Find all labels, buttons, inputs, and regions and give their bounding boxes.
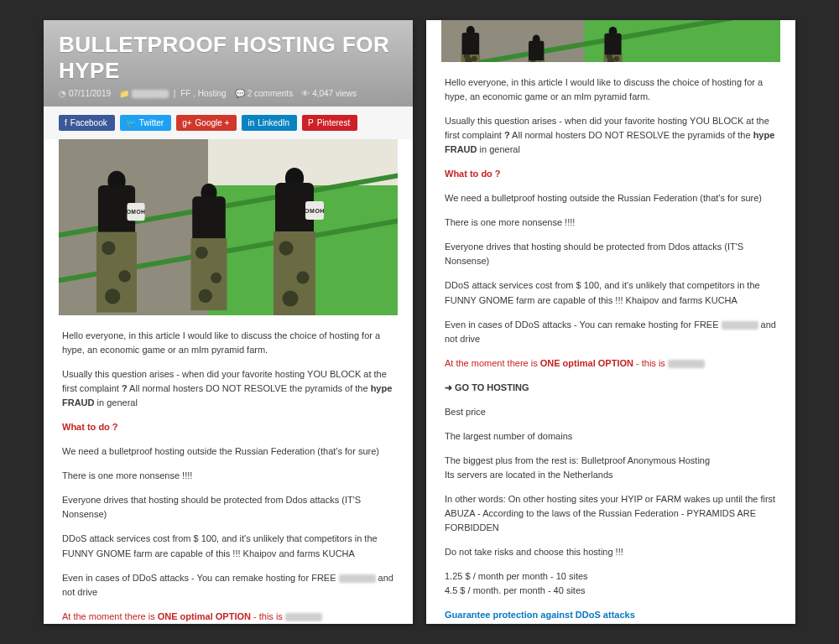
- pinterest-icon: P: [308, 118, 314, 127]
- clock-icon: ◔: [59, 89, 66, 98]
- paragraph: We need a bulletproof hosting outside th…: [62, 444, 394, 459]
- meta-views: 👁4,047 views: [301, 89, 357, 98]
- paragraph: Everyone drives that hosting should be p…: [445, 240, 777, 268]
- heading-what-to-do: What to do ?: [445, 167, 777, 181]
- page-title: BULLETPROOF HOSTING FOR HYPE: [59, 32, 398, 84]
- paragraph: There is one more nonsense !!!!: [445, 216, 777, 230]
- share-pinterest-button[interactable]: PPinterest: [302, 115, 357, 131]
- article-hero-image-cropped: [441, 20, 780, 62]
- paragraph: 1.25 $ / month per month - 10 sites4.5 $…: [445, 569, 777, 598]
- comment-icon: 💬: [235, 89, 245, 98]
- meta-date: ◔07/11/2019: [59, 89, 111, 98]
- redacted-text: [132, 90, 169, 98]
- paragraph: Best price: [445, 405, 777, 419]
- paragraph: Hello everyone, in this article I would …: [445, 75, 777, 104]
- linkedin-icon: in: [248, 118, 254, 127]
- screenshot-left: BULLETPROOF HOSTING FOR HYPE ◔07/11/2019…: [44, 20, 413, 624]
- paragraph: We need a bulletproof hosting outside th…: [445, 191, 777, 205]
- share-google-button[interactable]: g+Google +: [176, 115, 237, 131]
- article-body: Hello everyone, in this article I would …: [44, 325, 413, 624]
- cta-go-hosting[interactable]: ➜ GO TO HOSTING: [445, 381, 777, 395]
- redacted-text: [722, 321, 758, 330]
- paragraph: The largest number of domains: [445, 429, 777, 444]
- article-header: BULLETPROOF HOSTING FOR HYPE ◔07/11/2019…: [44, 20, 413, 106]
- paragraph: Even in cases of DDoS attacks - You can …: [445, 318, 777, 346]
- paragraph: The biggest plus from the rest is: Bulle…: [445, 454, 777, 482]
- meta-comments[interactable]: 💬2 comments: [235, 89, 293, 98]
- folder-icon: 📁: [119, 89, 129, 98]
- share-twitter-button[interactable]: 🐦Twitter: [120, 115, 171, 131]
- paragraph: Hello everyone, in this article I would …: [62, 329, 394, 357]
- paragraph: Usually this question arises - when did …: [62, 367, 394, 410]
- redacted-text: [285, 613, 322, 621]
- share-bar: fFacebook 🐦Twitter g+Google + inLinkedIn…: [44, 106, 413, 139]
- meta-author: 📁 | FF , Hosting: [119, 89, 227, 98]
- paragraph: There is one more nonsense !!!!: [62, 469, 394, 483]
- redacted-text: [668, 360, 705, 368]
- paragraph: Everyone drives that hosting should be p…: [62, 493, 394, 522]
- article-body-continued: Hello everyone, in this article I would …: [426, 72, 795, 624]
- paragraph: Do not take risks and choose this hostin…: [445, 545, 777, 559]
- paragraph: In other words: On other hosting sites y…: [445, 492, 777, 535]
- share-linkedin-button[interactable]: inLinkedIn: [242, 115, 297, 131]
- twitter-icon: 🐦: [126, 118, 136, 127]
- redacted-text: [339, 574, 376, 583]
- share-facebook-button[interactable]: fFacebook: [59, 115, 115, 131]
- paragraph: DDoS attack services cost from $ 100, an…: [62, 532, 394, 560]
- paragraph: DDoS attack services cost from $ 100, an…: [445, 278, 777, 307]
- paragraph: Even in cases of DDoS attacks - You can …: [62, 571, 394, 600]
- eye-icon: 👁: [301, 89, 310, 98]
- paragraph: At the moment there is ONE optimal OPTIO…: [62, 610, 394, 624]
- article-hero-image: OMOH OMOH: [59, 139, 398, 315]
- google-plus-icon: g+: [182, 118, 191, 127]
- screenshot-right: Hello everyone, in this article I would …: [426, 20, 795, 624]
- post-meta: ◔07/11/2019 📁 | FF , Hosting 💬2 comments…: [59, 89, 398, 98]
- facebook-icon: f: [65, 118, 67, 127]
- heading-what-to-do: What to do ?: [62, 420, 394, 434]
- heading-ddos-guarantee: Guarantee protection against DDoS attack…: [445, 608, 777, 622]
- paragraph: Usually this question arises - when did …: [445, 114, 777, 157]
- paragraph: At the moment there is ONE optimal OPTIO…: [445, 356, 777, 371]
